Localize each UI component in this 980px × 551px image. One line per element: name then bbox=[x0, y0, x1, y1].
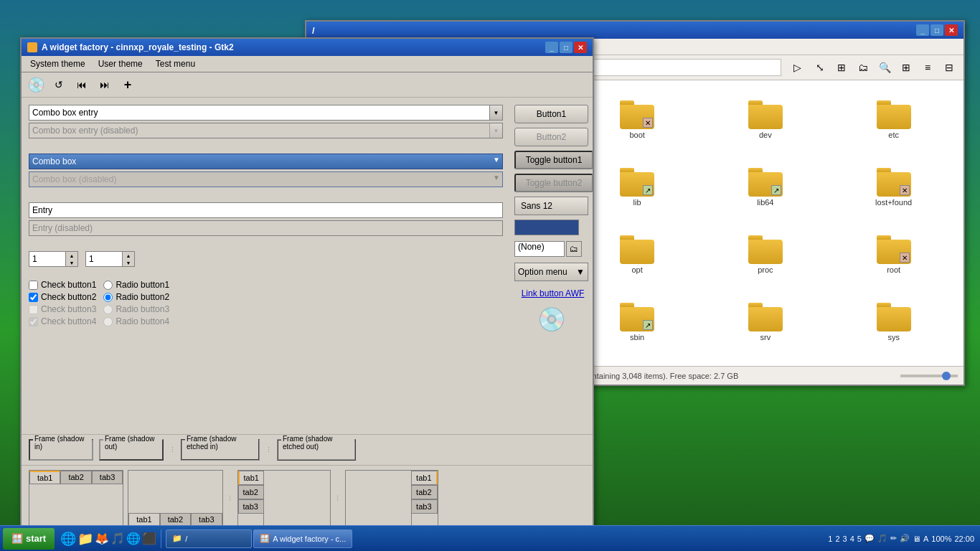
toolbar-install-button[interactable]: 💿 bbox=[26, 75, 46, 95]
network-icon[interactable]: 🌐 bbox=[126, 532, 141, 545]
taskbar-item-fm-label: / bbox=[185, 534, 187, 543]
splitter-1[interactable]: ⋮ bbox=[169, 439, 175, 461]
file-item-root[interactable]: ✕ root bbox=[831, 222, 956, 287]
menu-user-theme[interactable]: User theme bbox=[93, 57, 149, 70]
tray-num-1: 1 bbox=[828, 534, 832, 543]
file-item-fontsdir[interactable]: ABC ▬▬▬▬▬ fonts.dir bbox=[831, 357, 956, 366]
file-item-dev[interactable]: dev bbox=[703, 88, 829, 152]
button1[interactable]: Button1 bbox=[514, 105, 588, 123]
taskbar-item-widget[interactable]: 🪟 A widget factory - c... bbox=[253, 529, 352, 548]
splitter-tabs2[interactable]: ⋮ bbox=[335, 470, 341, 527]
frame-shadow-out: Frame (shadow out) bbox=[99, 439, 164, 461]
taskbar-item-filemanager[interactable]: 📁 / bbox=[166, 529, 252, 548]
tab-right-3[interactable]: tab3 bbox=[412, 499, 437, 514]
widget-minimize-button[interactable]: _ bbox=[545, 42, 558, 53]
toolbar-prev-button[interactable]: ⏮ bbox=[72, 75, 92, 95]
terminal-icon[interactable]: ⬛ bbox=[142, 532, 156, 545]
firefox-icon[interactable]: 🦊 bbox=[95, 532, 109, 545]
frame-shadow-in: Frame (shadow in) bbox=[29, 439, 93, 461]
toolbar-reset-button[interactable]: ↺ bbox=[49, 75, 69, 95]
tray-num-4: 4 bbox=[850, 534, 854, 543]
radio-button-1[interactable] bbox=[103, 281, 113, 290]
frame-etched-in-label: Frame (shadow etched in) bbox=[185, 435, 258, 451]
widget-factory-window: A widget factory - cinnxp_royale_testing… bbox=[20, 37, 594, 547]
file-item-srv[interactable]: srv bbox=[703, 290, 829, 354]
menu-test[interactable]: Test menu bbox=[150, 57, 201, 70]
frame-etched-out: Frame (shadow etched out) bbox=[277, 439, 356, 461]
color-button[interactable] bbox=[514, 220, 579, 235]
font-button[interactable]: Sans 12 bbox=[514, 197, 588, 215]
view-zoom-in[interactable]: ⤡ bbox=[810, 57, 830, 77]
file-close-button[interactable]: ✕ bbox=[945, 24, 958, 36]
entry-input[interactable] bbox=[29, 202, 503, 218]
taskbar-quick-launch: 🌐 📁 🦊 🎵 🌐 ⬛ bbox=[57, 531, 159, 547]
tabs-area: tab1 tab2 tab3 tab1 tab2 tab3 ⋮ tab1 tab… bbox=[22, 465, 593, 532]
widget-maximize-button[interactable]: □ bbox=[560, 42, 573, 53]
spinner-1-up[interactable]: ▲ bbox=[66, 252, 77, 259]
widget-content-area: ▼ ▼ Combo box ▼ Combo box (disabled) bbox=[22, 98, 593, 434]
check-button-1[interactable] bbox=[29, 281, 38, 290]
widget-window-controls: _ □ ✕ bbox=[545, 42, 587, 53]
tab-left-2[interactable]: tab2 bbox=[238, 485, 263, 499]
spinner-1-input[interactable] bbox=[29, 254, 65, 264]
tabs-top-header: tab1 tab2 tab3 bbox=[29, 471, 123, 484]
splitter-tabs[interactable]: ⋮ bbox=[227, 470, 233, 527]
combo-box-select-wrapper: Combo box ▼ bbox=[29, 154, 503, 169]
toggle-button-1[interactable]: Toggle button1 bbox=[514, 151, 593, 169]
file-item-lib64[interactable]: ↗ lib64 bbox=[703, 155, 829, 220]
zoom-slider[interactable] bbox=[900, 375, 958, 377]
file-item-etc[interactable]: etc bbox=[831, 88, 956, 152]
spinner-2-up[interactable]: ▲ bbox=[123, 252, 134, 259]
tab-left-1[interactable]: tab1 bbox=[238, 471, 263, 485]
combo-box-select[interactable]: Combo box bbox=[29, 154, 503, 169]
tab-right-1[interactable]: tab1 bbox=[412, 471, 437, 485]
tab-left-3[interactable]: tab3 bbox=[238, 499, 263, 514]
next-button[interactable]: ▷ bbox=[787, 57, 807, 77]
combo-box-group: Combo box ▼ Combo box (disabled) ▼ bbox=[29, 154, 503, 189]
button2: Button2 bbox=[514, 128, 588, 146]
option-none-input[interactable]: (None) bbox=[514, 241, 565, 257]
toolbar-add-button[interactable]: + bbox=[118, 75, 138, 95]
check-button-2[interactable] bbox=[29, 293, 38, 302]
spinner-2-input[interactable] bbox=[86, 254, 122, 264]
start-button[interactable]: 🪟 start bbox=[3, 528, 55, 550]
folder-quick-icon[interactable]: 📁 bbox=[77, 531, 93, 547]
combo-box-entry-arrow[interactable]: ▼ bbox=[489, 105, 502, 120]
option-none-clear[interactable]: 🗂 bbox=[566, 241, 582, 257]
folder-icon-dev bbox=[748, 100, 783, 129]
tabs-right: tab1 tab2 tab3 bbox=[345, 470, 438, 527]
widget-right-panel: Button1 Button2 Toggle button1 Toggle bu… bbox=[510, 98, 593, 434]
link-button[interactable]: Link button AWF bbox=[522, 288, 585, 298]
file-item-proc[interactable]: proc bbox=[703, 222, 829, 287]
menu-system-theme[interactable]: System theme bbox=[24, 57, 91, 70]
file-minimize-button[interactable]: _ bbox=[916, 24, 929, 36]
icon-area: 💿 bbox=[514, 306, 588, 333]
tab-top-2[interactable]: tab2 bbox=[60, 471, 91, 484]
spinner-1-down[interactable]: ▼ bbox=[66, 259, 77, 266]
media-icon[interactable]: 🎵 bbox=[110, 532, 125, 545]
combo-box-entry-widget[interactable]: ▼ bbox=[29, 105, 503, 121]
radio-button-2[interactable] bbox=[103, 293, 113, 302]
tab-top-1[interactable]: tab1 bbox=[29, 471, 60, 484]
view-icons[interactable]: ⊞ bbox=[896, 57, 916, 77]
view-compact[interactable]: ⊟ bbox=[939, 57, 959, 77]
spinner-2-down[interactable]: ▼ bbox=[123, 259, 134, 266]
tab-top-3[interactable]: tab3 bbox=[92, 471, 123, 484]
view-search[interactable]: 🔍 bbox=[875, 57, 895, 77]
view-list[interactable]: ≡ bbox=[918, 57, 938, 77]
option-menu-button[interactable]: Option menu ▼ bbox=[514, 263, 588, 281]
file-item-var[interactable]: var bbox=[703, 357, 829, 366]
view-toggle[interactable]: ⊞ bbox=[831, 57, 852, 77]
zoom-track bbox=[900, 375, 958, 377]
widget-close-button[interactable]: ✕ bbox=[574, 42, 587, 53]
option-menu-label: Option menu bbox=[518, 267, 567, 277]
file-maximize-button[interactable]: □ bbox=[930, 24, 943, 36]
view-sidebar[interactable]: 🗂 bbox=[853, 57, 873, 77]
combo-box-entry-input[interactable] bbox=[29, 107, 489, 118]
file-item-sys[interactable]: sys bbox=[831, 290, 956, 354]
toolbar-next-button[interactable]: ⏭ bbox=[95, 75, 115, 95]
ie-icon[interactable]: 🌐 bbox=[60, 531, 76, 547]
splitter-2[interactable]: ⋮ bbox=[265, 439, 271, 461]
tab-right-2[interactable]: tab2 bbox=[412, 485, 437, 499]
file-item-lostfound[interactable]: ✕ lost+found bbox=[831, 155, 956, 220]
